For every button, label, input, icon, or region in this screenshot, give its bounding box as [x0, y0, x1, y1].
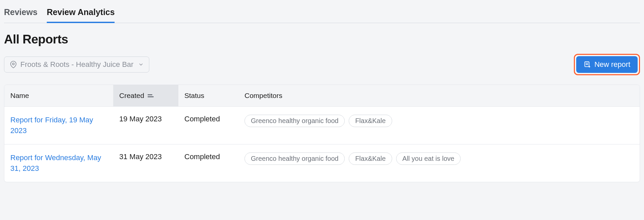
tab-review-analytics[interactable]: Review Analytics: [47, 4, 115, 23]
page-title: All Reports: [4, 32, 640, 46]
table-body: Report for Friday, 19 May 202319 May 202…: [4, 107, 640, 182]
report-link[interactable]: Report for Wednesday, May 31, 2023: [10, 152, 107, 174]
new-report-highlight: New report: [574, 54, 640, 75]
column-header-competitors[interactable]: Competitors: [238, 85, 640, 106]
location-filter-dropdown[interactable]: Froots & Roots - Healthy Juice Bar: [4, 57, 149, 73]
column-header-created[interactable]: Created: [113, 85, 178, 106]
reports-table: Name Created Status Competitors Report f…: [4, 85, 640, 182]
svg-point-0: [12, 63, 14, 65]
controls-row: Froots & Roots - Healthy Juice Bar New r…: [4, 54, 640, 75]
cell-created: 19 May 2023: [113, 107, 178, 144]
competitor-chip: Greenco healthy organic food: [245, 115, 345, 127]
column-header-name[interactable]: Name: [4, 85, 113, 106]
cell-competitors: Greenco healthy organic foodFlax&KaleAll…: [238, 144, 640, 182]
competitor-chip: Flax&Kale: [349, 152, 392, 165]
table-row: Report for Wednesday, May 31, 202331 May…: [4, 144, 640, 182]
competitor-chip: All you eat is love: [396, 152, 461, 165]
column-header-competitors-label: Competitors: [245, 92, 282, 100]
table-header-row: Name Created Status Competitors: [4, 85, 640, 107]
cell-name: Report for Wednesday, May 31, 2023: [4, 144, 113, 182]
column-header-status[interactable]: Status: [178, 85, 238, 106]
column-header-created-label: Created: [119, 92, 144, 100]
report-link[interactable]: Report for Friday, 19 May 2023: [10, 115, 107, 136]
table-row: Report for Friday, 19 May 202319 May 202…: [4, 107, 640, 144]
column-header-name-label: Name: [10, 92, 29, 100]
document-plus-icon: [584, 61, 591, 68]
cell-status: Completed: [178, 107, 238, 144]
chevron-down-icon: [138, 62, 144, 67]
cell-created: 31 May 2023: [113, 144, 178, 182]
location-filter-label: Froots & Roots - Healthy Juice Bar: [20, 60, 134, 69]
cell-name: Report for Friday, 19 May 2023: [4, 107, 113, 144]
competitor-chip: Flax&Kale: [349, 115, 392, 127]
tab-reviews[interactable]: Reviews: [4, 4, 37, 23]
cell-status: Completed: [178, 144, 238, 182]
new-report-label: New report: [594, 60, 630, 69]
tabs-bar: Reviews Review Analytics: [4, 4, 640, 23]
cell-competitors: Greenco healthy organic foodFlax&Kale: [238, 107, 640, 144]
sort-icon: [148, 94, 154, 97]
new-report-button[interactable]: New report: [576, 56, 638, 73]
column-header-status-label: Status: [184, 92, 204, 100]
competitor-chip: Greenco healthy organic food: [245, 152, 345, 165]
location-pin-icon: [10, 61, 17, 68]
